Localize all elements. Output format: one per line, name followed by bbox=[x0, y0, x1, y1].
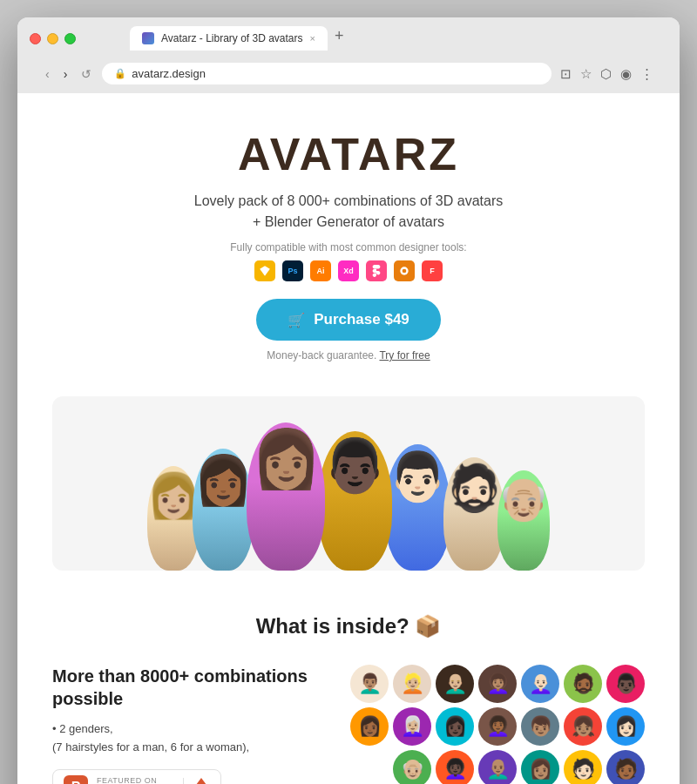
extension-icon[interactable]: ⬡ bbox=[599, 64, 613, 84]
traffic-lights bbox=[30, 33, 76, 44]
what-inside-section: What is inside? 📦 bbox=[17, 588, 680, 656]
avatar-thumb-13: 👩🏻 bbox=[606, 707, 645, 746]
avatar-thumb-9: 👩🏿 bbox=[436, 707, 474, 746]
ph-logo: P bbox=[64, 775, 88, 784]
avatar-thumb-18: 🧑🏻 bbox=[564, 750, 602, 784]
compatibility-text: Fully compatible with most common design… bbox=[35, 241, 662, 253]
avatar-showcase: 👩🏼 👩🏾 👩🏽 👨🏿 👨🏻 🧔🏻 bbox=[52, 396, 645, 571]
avatar-thumb-4: 👩🏻‍🦲 bbox=[521, 665, 559, 703]
address-bar: ‹ › ↺ 🔒 avatarz.design ⊡ ☆ ⬡ ◉ ⋮ bbox=[30, 57, 667, 93]
back-button[interactable]: ‹ bbox=[42, 65, 53, 83]
avatar-main: 👨🏿 bbox=[318, 431, 392, 571]
illustrator-icon: Ai bbox=[310, 260, 331, 281]
tab-bar: Avatarz - Library of 3D avatars × + bbox=[130, 26, 350, 51]
avatar-thumb-19: 🧑🏾 bbox=[606, 750, 645, 784]
purchase-label: Purchase $49 bbox=[314, 311, 409, 328]
avatar-thumb-5: 🧔🏾 bbox=[564, 665, 602, 703]
browser-window: Avatarz - Library of 3D avatars × + ‹ › … bbox=[17, 17, 680, 784]
cart-icon: 🛒 bbox=[288, 312, 305, 328]
profile-icon[interactable]: ◉ bbox=[619, 64, 633, 84]
close-button[interactable] bbox=[30, 33, 41, 44]
avatar-thumb-12: 👧🏽 bbox=[564, 707, 602, 746]
tab-title: Avatarz - Library of 3D avatars bbox=[161, 32, 303, 44]
maximize-button[interactable] bbox=[64, 33, 76, 44]
avatar-thumb-16: 👨🏽‍🦲 bbox=[478, 750, 517, 784]
blender-icon bbox=[394, 260, 415, 281]
screenshot-icon[interactable]: ⊡ bbox=[558, 64, 573, 84]
avatar-thumb-11: 👦🏽 bbox=[521, 707, 559, 746]
product-hunt-badge[interactable]: P FEATURED ON Product Hunt 645 bbox=[52, 769, 221, 784]
ph-text: FEATURED ON Product Hunt bbox=[97, 776, 174, 784]
figma-icon bbox=[366, 260, 387, 281]
subtitle-line1: Lovely pack of 8 000+ combinations of 3D… bbox=[194, 193, 503, 208]
avatar-thumb-10: 👩🏾‍🦱 bbox=[478, 707, 517, 746]
avatar-thumb-3: 👩🏽‍🦱 bbox=[478, 665, 517, 703]
avatar-thumb-2: 👨🏼‍🦲 bbox=[436, 665, 474, 703]
avatar-center: 👩🏽 bbox=[247, 422, 325, 571]
additional-tool-icon: F bbox=[422, 260, 443, 281]
browser-toolbar: ⊡ ☆ ⬡ ◉ ⋮ bbox=[558, 64, 655, 84]
upvote-triangle bbox=[196, 778, 206, 784]
subtitle-line2: + Blender Generator of avatars bbox=[35, 212, 662, 233]
sketch-icon bbox=[254, 260, 275, 281]
svg-point-1 bbox=[403, 269, 407, 274]
avatar-6: 👴🏼 bbox=[497, 470, 550, 571]
ph-votes: 645 bbox=[183, 778, 210, 784]
hero-avatars: 👩🏼 👩🏾 👩🏽 👨🏿 👨🏻 🧔🏻 bbox=[130, 405, 567, 571]
try-free-link[interactable]: Try for free bbox=[379, 349, 430, 362]
feature-text: More than 8000+ combinations possible • … bbox=[52, 665, 331, 784]
avatar-thumb-1: 👱🏼 bbox=[393, 665, 431, 703]
avatar-thumb-7: 👩🏾 bbox=[350, 707, 389, 746]
page-content: AVATARZ Lovely pack of 8 000+ combinatio… bbox=[17, 93, 680, 784]
reload-button[interactable]: ↺ bbox=[78, 65, 95, 83]
what-inside-title: What is inside? 📦 bbox=[35, 614, 662, 639]
lock-icon: 🔒 bbox=[114, 68, 126, 79]
tool-icons-row: Ps Ai Xd bbox=[35, 260, 662, 281]
site-title: AVATARZ bbox=[35, 128, 662, 180]
avatar-1: 👩🏼 bbox=[147, 466, 200, 571]
feature-avatar-grid: 👨🏽‍🦱👱🏼👨🏼‍🦲👩🏽‍🦱👩🏻‍🦲🧔🏾👨🏿👩🏾👩🏼‍🦳👩🏿👩🏾‍🦱👦🏽👧🏽👩🏻… bbox=[348, 665, 645, 784]
avatar-4: 👨🏻 bbox=[385, 444, 450, 571]
bookmark-icon[interactable]: ☆ bbox=[579, 64, 593, 84]
avatar-5: 🧔🏻 bbox=[443, 457, 504, 571]
forward-button[interactable]: › bbox=[60, 65, 71, 83]
title-bar: Avatarz - Library of 3D avatars × + ‹ › … bbox=[17, 17, 680, 93]
avatar-grid: 👨🏽‍🦱👱🏼👨🏼‍🦲👩🏽‍🦱👩🏻‍🦲🧔🏾👨🏿👩🏾👩🏼‍🦳👩🏿👩🏾‍🦱👦🏽👧🏽👩🏻… bbox=[348, 665, 645, 784]
menu-icon[interactable]: ⋮ bbox=[639, 64, 655, 84]
avatar-2: 👩🏾 bbox=[193, 449, 254, 571]
xd-icon: Xd bbox=[338, 260, 359, 281]
avatar-thumb-17: 👩🏽 bbox=[521, 750, 559, 784]
purchase-button[interactable]: 🛒 Purchase $49 bbox=[256, 299, 441, 341]
avatar-thumb-15: 👩🏿‍🦱 bbox=[436, 750, 474, 784]
hero-section: AVATARZ Lovely pack of 8 000+ combinatio… bbox=[17, 93, 680, 379]
avatar-thumb-14: 👴🏼 bbox=[393, 750, 431, 784]
new-tab-button[interactable]: + bbox=[328, 27, 351, 51]
tab-close-button[interactable]: × bbox=[310, 33, 315, 44]
active-tab[interactable]: Avatarz - Library of 3D avatars × bbox=[130, 26, 328, 51]
features-section: More than 8000+ combinations possible • … bbox=[17, 656, 680, 784]
ph-featured-on: FEATURED ON bbox=[97, 776, 174, 784]
feature-desc: • 2 genders, (7 hairstyles for a man, 6 … bbox=[52, 720, 331, 757]
minimize-button[interactable] bbox=[47, 33, 58, 44]
avatar-thumb-6: 👨🏿 bbox=[606, 665, 645, 703]
avatar-thumb-0: 👨🏽‍🦱 bbox=[350, 665, 389, 703]
photoshop-icon: Ps bbox=[282, 260, 303, 281]
guarantee-text: Money-back guarantee. Try for free bbox=[35, 349, 662, 362]
feature-title: More than 8000+ combinations possible bbox=[52, 665, 331, 710]
avatar-thumb-8: 👩🏼‍🦳 bbox=[393, 707, 431, 746]
url-bar[interactable]: 🔒 avatarz.design bbox=[102, 63, 552, 84]
hero-subtitle: Lovely pack of 8 000+ combinations of 3D… bbox=[35, 191, 662, 233]
url-text: avatarz.design bbox=[132, 67, 539, 80]
tab-favicon bbox=[142, 32, 154, 44]
